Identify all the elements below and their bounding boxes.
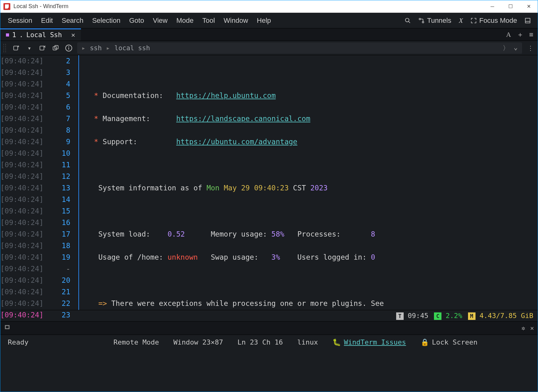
- gutter-row: [09:40:24]8: [0, 125, 78, 136]
- toggle-panel-icon[interactable]: [521, 17, 535, 24]
- menu-search[interactable]: Search: [57, 17, 88, 25]
- breadcrumb-item-0[interactable]: ssh: [90, 44, 102, 52]
- gutter-row: [09:40:24]6: [0, 101, 78, 113]
- gutter-row: [09:40:24]23: [0, 309, 78, 321]
- gutter-row: [09:40:24]10: [0, 148, 78, 159]
- font-size-icon[interactable]: A: [506, 31, 511, 39]
- gutter-row: [09:40:24]22: [0, 298, 78, 309]
- svg-rect-4: [526, 18, 530, 23]
- menu-tool[interactable]: Tool: [198, 17, 219, 25]
- window-title: Local Ssh - WindTerm: [13, 3, 68, 10]
- status-ready: Ready: [8, 338, 28, 346]
- status-remote-mode[interactable]: Remote Mode: [113, 338, 159, 346]
- gutter-row: [09:40:24]18: [0, 240, 78, 252]
- duplicate-session-icon[interactable]: [51, 43, 60, 53]
- status-issues-link[interactable]: 🐛 WindTerm Issues: [332, 338, 406, 346]
- menu-view[interactable]: View: [148, 17, 172, 25]
- svg-point-0: [406, 18, 409, 22]
- gutter-row: [09:40:24]20: [0, 275, 78, 286]
- tab-index: 1: [12, 31, 16, 39]
- svg-point-16: [69, 46, 69, 47]
- gutter-row: [09:40:24]11: [0, 159, 78, 171]
- resource-status: T 09:45 C 2.2% M 4.43/7.85 GiB: [0, 310, 538, 321]
- gutter-row: [09:40:24]5: [0, 90, 78, 101]
- close-session-icon[interactable]: [38, 43, 47, 53]
- session-toolbar: ▾ ▸ ssh ▸ local ssh 〉 ⌄ ⋮: [0, 41, 538, 55]
- gutter-row: [09:40:24]12: [0, 171, 78, 182]
- window-titlebar: Local Ssh - WindTerm ─ ☐ ✕: [0, 0, 538, 13]
- session-info-icon[interactable]: [64, 43, 73, 53]
- window-minimize-button[interactable]: ─: [483, 0, 501, 13]
- gutter-row: [09:40:24]16: [0, 217, 78, 228]
- gutter-row: [09:40:24]9: [0, 136, 78, 148]
- svg-rect-9: [40, 46, 44, 50]
- session-dropdown-icon[interactable]: ▾: [25, 43, 34, 53]
- gutter-row: [09:40:24]2: [0, 55, 78, 67]
- mem-icon: M: [468, 312, 476, 320]
- bug-icon: 🐛: [332, 338, 341, 346]
- focus-mode-button[interactable]: Focus Mode: [467, 17, 521, 25]
- mem-value: 4.43/7.85 GiB: [480, 312, 533, 320]
- x-mode-button[interactable]: X: [455, 17, 466, 25]
- breadcrumb-next-icon[interactable]: 〉: [503, 44, 509, 52]
- menu-session[interactable]: Session: [3, 17, 37, 25]
- svg-point-3: [422, 21, 424, 23]
- clock-icon: T: [396, 312, 404, 320]
- menu-edit[interactable]: Edit: [37, 17, 57, 25]
- tunnels-label: Tunnels: [427, 17, 451, 25]
- status-cursor-pos: Ln 23 Ch 16: [237, 338, 283, 346]
- app-logo-icon: [3, 3, 10, 10]
- cpu-value: 2.2%: [446, 312, 462, 320]
- gutter-row: [09:40:24]7: [0, 113, 78, 125]
- menu-window[interactable]: Window: [219, 17, 252, 25]
- menu-mode[interactable]: Mode: [172, 17, 198, 25]
- tabbar: 1.Local Ssh ✕ A ＋ ≡: [0, 28, 538, 41]
- gutter-row: [09:40:24]21: [0, 286, 78, 298]
- status-os: linux: [297, 338, 318, 346]
- svg-rect-18: [6, 326, 9, 328]
- breadcrumb-item-1[interactable]: local ssh: [114, 44, 150, 52]
- svg-line-1: [409, 21, 410, 23]
- gutter-row: [09:40:24]13: [0, 182, 78, 194]
- breadcrumb-more-icon[interactable]: ⋮: [526, 43, 535, 53]
- tunnels-button[interactable]: Tunnels: [415, 17, 455, 25]
- tab-menu-icon[interactable]: ≡: [529, 31, 533, 38]
- svg-point-2: [419, 18, 421, 20]
- panel-logo-icon[interactable]: [4, 324, 11, 332]
- menu-help[interactable]: Help: [252, 17, 275, 25]
- status-window-dims: Window 23×87: [173, 338, 223, 346]
- gutter-row: [09:40:24]17: [0, 228, 78, 240]
- status-lock-screen[interactable]: 🔒 Lock Screen: [421, 338, 478, 346]
- gutter-row: [09:40:24]14: [0, 194, 78, 205]
- gutter-row: [09:40:24]4: [0, 78, 78, 90]
- chevron-right-icon: ▸: [106, 44, 110, 52]
- cpu-icon: C: [434, 312, 441, 320]
- clock-value: 09:45: [408, 312, 428, 320]
- breadcrumb-play-icon: ▸: [82, 44, 86, 52]
- gutter-row: [09:40:24]3: [0, 67, 78, 78]
- panel-close-icon[interactable]: ✕: [530, 324, 534, 332]
- tab-close-icon[interactable]: ✕: [71, 31, 75, 39]
- tab-label: Local Ssh: [26, 31, 62, 39]
- breadcrumb[interactable]: ▸ ssh ▸ local ssh 〉 ⌄: [77, 42, 522, 54]
- menu-selection[interactable]: Selection: [88, 17, 125, 25]
- new-tab-icon[interactable]: ＋: [517, 30, 524, 39]
- quick-search-icon[interactable]: [401, 17, 415, 24]
- window-maximize-button[interactable]: ☐: [501, 0, 520, 13]
- breadcrumb-expand-icon[interactable]: ⌄: [514, 44, 518, 52]
- gutter-row: [09:40:24]15: [0, 205, 78, 217]
- terminal[interactable]: [09:40:24]2[09:40:24]3[09:40:24]4[09:40:…: [0, 55, 538, 310]
- tab-modified-icon: [6, 33, 9, 37]
- gutter-row: [09:40:24]19: [0, 252, 78, 263]
- window-close-button[interactable]: ✕: [520, 0, 538, 13]
- new-session-icon[interactable]: [12, 43, 21, 53]
- focus-mode-label: Focus Mode: [479, 17, 517, 25]
- gutter: [09:40:24]2[09:40:24]3[09:40:24]4[09:40:…: [0, 55, 78, 310]
- toolbar-grip-icon[interactable]: [3, 43, 7, 53]
- lock-icon: 🔒: [421, 338, 429, 346]
- terminal-content[interactable]: * Documentation: https://help.ubuntu.com…: [78, 55, 538, 310]
- tab-local-ssh[interactable]: 1.Local Ssh ✕: [0, 28, 81, 41]
- menu-goto[interactable]: Goto: [125, 17, 148, 25]
- panel-settings-icon[interactable]: ✲: [521, 324, 525, 332]
- svg-rect-6: [14, 46, 18, 50]
